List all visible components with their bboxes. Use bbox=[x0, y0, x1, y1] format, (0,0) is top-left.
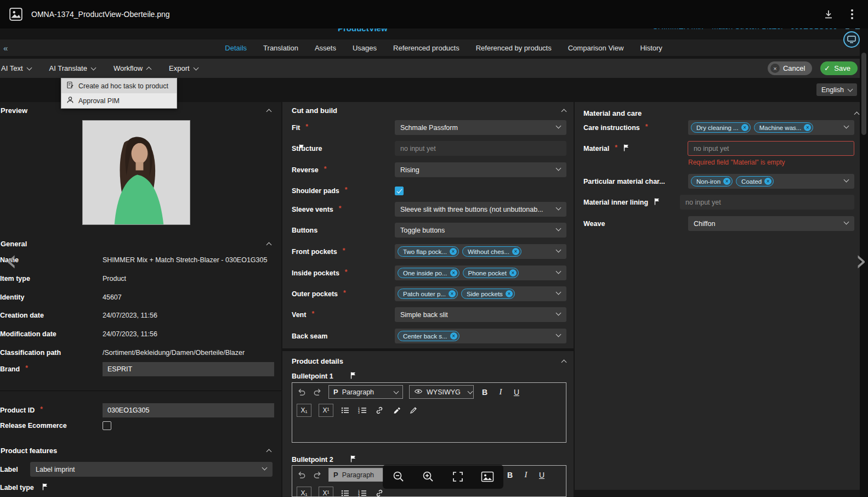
underline-button[interactable]: U bbox=[537, 468, 547, 482]
numbered-list-icon[interactable]: 123 bbox=[358, 487, 367, 497]
scrollbar-thumb[interactable] bbox=[861, 53, 866, 135]
remove-tag-icon[interactable]: × bbox=[764, 178, 771, 185]
material-input[interactable]: no input yet bbox=[688, 141, 854, 156]
bullet-list-icon[interactable] bbox=[341, 404, 350, 417]
capture-widget-button[interactable] bbox=[843, 31, 860, 48]
numbered-list-icon[interactable]: 123 bbox=[358, 404, 367, 417]
bulletpoint1-editor-content[interactable] bbox=[292, 419, 566, 441]
tag[interactable]: Two flap pock...× bbox=[398, 246, 459, 257]
tag[interactable]: Patch outer p...× bbox=[398, 289, 458, 299]
italic-button[interactable]: I bbox=[496, 386, 506, 399]
paragraph-style-select[interactable]: P Paragraph bbox=[328, 468, 383, 482]
tag[interactable]: One inside po...× bbox=[398, 268, 459, 278]
menu-export[interactable]: Export bbox=[169, 64, 198, 72]
save-button[interactable]: ✓ Save bbox=[820, 61, 858, 75]
shoulder-pads-checkbox[interactable] bbox=[395, 187, 404, 195]
download-icon[interactable] bbox=[820, 6, 837, 22]
remove-tag-icon[interactable]: × bbox=[506, 290, 513, 297]
undo-icon[interactable] bbox=[297, 468, 307, 482]
remove-tag-icon[interactable]: × bbox=[450, 248, 457, 255]
tab-details[interactable]: Details bbox=[225, 44, 247, 52]
underline-button[interactable]: U bbox=[512, 386, 521, 399]
italic-button[interactable]: I bbox=[521, 468, 531, 482]
redo-icon[interactable] bbox=[313, 386, 322, 399]
next-image-arrow[interactable]: › bbox=[855, 246, 867, 275]
material-inner-lining-input[interactable]: no input yet bbox=[680, 195, 854, 210]
zoom-out-icon[interactable] bbox=[392, 470, 406, 484]
superscript-button[interactable]: X¹ bbox=[319, 487, 333, 497]
label-select[interactable]: Label imprint bbox=[30, 462, 273, 477]
tag[interactable]: Side pockets× bbox=[461, 289, 515, 299]
language-selector[interactable]: English bbox=[816, 83, 857, 96]
brand-input[interactable]: ESPRIT bbox=[103, 362, 274, 376]
cancel-button[interactable]: × Cancel bbox=[768, 61, 812, 75]
more-options-icon[interactable] bbox=[844, 6, 860, 22]
tab-assets[interactable]: Assets bbox=[315, 44, 336, 52]
collapse-product-details-icon[interactable] bbox=[561, 360, 567, 365]
back-seam-multiselect[interactable]: Center back s...× bbox=[395, 329, 566, 343]
tag[interactable]: Center back s...× bbox=[398, 331, 459, 341]
care-instructions-multiselect[interactable]: Dry cleaning ...× Machine was...× bbox=[688, 120, 854, 135]
menu-workflow[interactable]: Workflow bbox=[114, 64, 151, 72]
vent-select[interactable]: Simple back slit bbox=[395, 307, 566, 322]
zoom-in-icon[interactable] bbox=[421, 470, 435, 484]
tag[interactable]: Without ches...× bbox=[462, 246, 521, 257]
collapse-sidebar-icon[interactable]: « bbox=[3, 43, 8, 53]
collapse-cut-and-build-icon[interactable] bbox=[561, 109, 567, 115]
image-preview-icon[interactable] bbox=[480, 470, 495, 484]
tab-referenced-products[interactable]: Referenced products bbox=[393, 44, 459, 52]
front-pockets-multiselect[interactable]: Two flap pock...× Without ches...× bbox=[395, 244, 566, 259]
link-icon[interactable] bbox=[375, 487, 384, 497]
buttons-select[interactable]: Toggle buttons bbox=[395, 223, 566, 238]
tab-history[interactable]: History bbox=[640, 44, 662, 52]
fullscreen-icon[interactable] bbox=[451, 470, 465, 484]
tag[interactable]: Phone pocket× bbox=[463, 268, 519, 278]
outer-pockets-multiselect[interactable]: Patch outer p...× Side pockets× bbox=[395, 286, 566, 301]
tag[interactable]: Dry cleaning ...× bbox=[691, 122, 751, 133]
tag[interactable]: Coated× bbox=[736, 176, 774, 187]
tab-referenced-by-products[interactable]: Referenced by products bbox=[476, 44, 552, 52]
collapse-material-and-care-icon[interactable] bbox=[854, 112, 860, 117]
product-id-input[interactable]: 030EO1G305 bbox=[103, 403, 274, 417]
paragraph-style-select[interactable]: P Paragraph bbox=[328, 385, 403, 399]
menu-item-approval-pim[interactable]: Approval PIM bbox=[61, 93, 177, 108]
bold-button[interactable]: B bbox=[480, 386, 490, 399]
menu-ai-translate[interactable]: AI Translate bbox=[49, 64, 95, 72]
redo-icon[interactable] bbox=[313, 468, 322, 482]
remove-tag-icon[interactable]: × bbox=[450, 269, 457, 276]
release-ecommerce-checkbox[interactable] bbox=[103, 421, 111, 430]
remove-tag-icon[interactable]: × bbox=[512, 248, 519, 255]
tab-usages[interactable]: Usages bbox=[353, 44, 377, 52]
subscript-button[interactable]: X₁ bbox=[297, 487, 311, 497]
menu-item-create-adhoc-task[interactable]: Create ad hoc task to product bbox=[61, 78, 177, 93]
link-icon[interactable] bbox=[375, 404, 384, 417]
collapse-features-icon[interactable] bbox=[266, 449, 272, 455]
previous-image-arrow[interactable]: ‹ bbox=[5, 246, 18, 275]
tag[interactable]: Non-iron× bbox=[691, 176, 733, 187]
bold-button[interactable]: B bbox=[505, 468, 515, 482]
fit-select[interactable]: Schmale Passform bbox=[395, 120, 566, 135]
bullet-list-icon[interactable] bbox=[341, 487, 350, 497]
remove-tag-icon[interactable]: × bbox=[509, 269, 517, 276]
structure-input[interactable]: no input yet bbox=[395, 141, 566, 156]
reverse-select[interactable]: Rising bbox=[395, 162, 566, 177]
inside-pockets-multiselect[interactable]: One inside po...× Phone pocket× bbox=[395, 266, 566, 280]
tab-comparison-view[interactable]: Comparison View bbox=[568, 44, 624, 52]
remove-tag-icon[interactable]: × bbox=[804, 124, 811, 131]
tag[interactable]: Machine was...× bbox=[754, 122, 814, 133]
highlighter-icon[interactable] bbox=[392, 404, 401, 417]
subscript-button[interactable]: X₁ bbox=[297, 404, 311, 417]
sleeve-vents-select[interactable]: Sleeve slit with three buttons (not unbu… bbox=[395, 202, 566, 217]
weave-select[interactable]: Chiffon bbox=[688, 216, 854, 231]
undo-icon[interactable] bbox=[297, 386, 307, 399]
remove-tag-icon[interactable]: × bbox=[741, 124, 748, 131]
wysiwyg-mode-select[interactable]: WYSIWYG bbox=[409, 385, 474, 399]
collapse-general-icon[interactable] bbox=[266, 242, 272, 248]
remove-tag-icon[interactable]: × bbox=[450, 332, 457, 340]
tab-translation[interactable]: Translation bbox=[263, 44, 298, 52]
pencil-icon[interactable] bbox=[409, 404, 418, 417]
superscript-button[interactable]: X¹ bbox=[319, 404, 333, 417]
particular-material-multiselect[interactable]: Non-iron× Coated× bbox=[688, 174, 854, 189]
remove-tag-icon[interactable]: × bbox=[723, 178, 730, 185]
menu-ai-text[interactable]: AI Text bbox=[1, 64, 31, 72]
